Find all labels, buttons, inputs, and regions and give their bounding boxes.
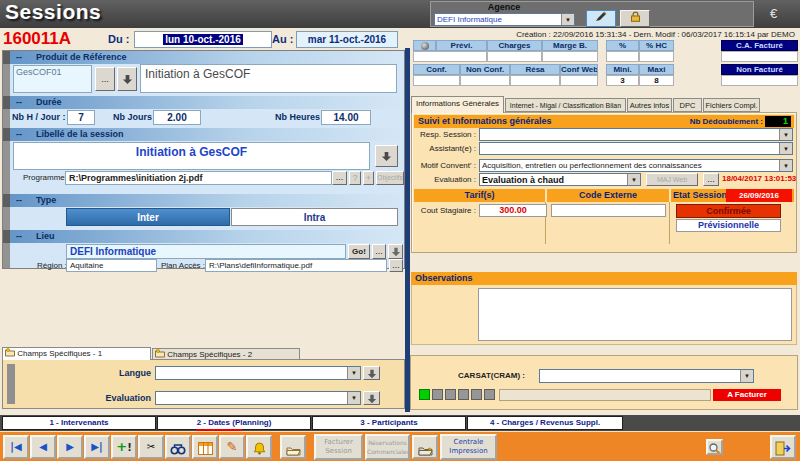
au-date-input[interactable]: mar 11-oct.-2016	[296, 31, 398, 48]
fin-value-marge	[542, 51, 598, 62]
lock-icon	[630, 11, 641, 22]
evaluation-select[interactable]: Evaluation à chaud▼	[479, 173, 641, 186]
produit-code-field[interactable]: GesCOF01	[13, 65, 92, 93]
calc-cell[interactable]	[413, 40, 436, 51]
section-header-type: --Type	[10, 194, 404, 207]
add-record-button[interactable]: +!	[111, 435, 137, 459]
evaluation-champ-expand-button[interactable]	[363, 391, 380, 405]
etat-session-header: Etat Session	[673, 190, 727, 200]
chevron-down-icon[interactable]: ▼	[779, 129, 792, 140]
alert-button[interactable]	[246, 435, 272, 459]
search-submit-button[interactable]	[706, 439, 723, 455]
plan-acces-field[interactable]: R:\Plans\defiInformatique.pdf	[205, 259, 387, 272]
carsat-label: CARSAT(CRAM) :	[411, 371, 525, 380]
find-button[interactable]	[165, 435, 191, 459]
sphere-icon	[421, 42, 429, 50]
tab-fichiers-compl[interactable]: Fichiers Compl.	[703, 98, 760, 112]
chevron-down-icon[interactable]: ▼	[740, 370, 753, 382]
libelle-textarea[interactable]: Initiation à GesCOF	[13, 142, 370, 170]
window-title: Sessions	[5, 0, 101, 24]
intra-button[interactable]: Intra	[231, 208, 398, 226]
lieu-field[interactable]: DEFI Informatique	[66, 244, 346, 259]
programme-help-button[interactable]: ?	[349, 171, 361, 185]
fin-header-mini: Mini.	[606, 64, 639, 75]
agence-select[interactable]: DEFI Informatique ▼	[434, 13, 575, 26]
open-folder-button[interactable]	[280, 435, 306, 459]
champs-tab-1[interactable]: Champs Spécifiques - 1	[2, 347, 151, 360]
produit-expand-button[interactable]	[117, 67, 137, 91]
tab-informations-generales[interactable]: Informations Générales	[411, 96, 504, 113]
produit-name-field[interactable]: Initiation à GesCOF	[140, 64, 397, 93]
nav-next-button[interactable]: ▶	[57, 435, 83, 459]
chevron-down-icon[interactable]: ▼	[561, 14, 574, 25]
chevron-down-icon[interactable]: ▼	[627, 174, 640, 185]
inter-button[interactable]: Inter	[66, 208, 230, 226]
plan-browse-button[interactable]: ...	[389, 259, 403, 272]
nbj-label: Nb Jours :	[113, 112, 158, 122]
chevron-down-icon[interactable]: ▼	[347, 367, 360, 379]
programme-add-button[interactable]: +	[363, 171, 374, 185]
motif-convent-select[interactable]: Acquisition, entretien ou perfectionneme…	[479, 159, 793, 172]
evaluation-browse-button[interactable]: ...	[703, 173, 719, 186]
langue-label: Langue	[21, 368, 151, 378]
evaluation-date: 18/04/2017 13:01:53	[722, 174, 796, 183]
region-field[interactable]: Aquitaine	[66, 259, 157, 272]
go-button[interactable]: Go!	[348, 244, 370, 259]
fin-header-ca-facture: C.A. Facturé	[721, 40, 798, 51]
programme-field[interactable]: R:\Programmes\initiation 2j.pdf	[65, 171, 332, 185]
tab-internet-migal[interactable]: Internet - Migal / Classification Bilan	[505, 98, 626, 112]
carsat-select[interactable]: ▼	[539, 369, 754, 383]
maj-web-button[interactable]: MAJ Web	[646, 173, 698, 186]
reservations-commerciales-button[interactable]: Réservations Commerciales	[365, 434, 410, 460]
facturer-session-button[interactable]: Facturer Session	[314, 434, 363, 460]
objectifs-button[interactable]: Objectifs	[376, 171, 404, 185]
bottom-tab-intervenants[interactable]: 1 - Intervenants	[2, 416, 156, 430]
produit-browse-button[interactable]: ...	[95, 67, 115, 91]
evaluation-champ-value	[156, 392, 347, 404]
code-externe-field[interactable]	[551, 204, 666, 217]
chevron-down-icon[interactable]: ▼	[779, 143, 792, 154]
nav-last-button[interactable]: ▶|	[84, 435, 110, 459]
programme-browse-button[interactable]: ...	[332, 171, 347, 185]
edit-button[interactable]: ✎	[219, 435, 245, 459]
bottom-tab-charges-revenus[interactable]: 4 - Charges / Revenus Suppl.	[467, 416, 623, 430]
bell-icon	[253, 442, 266, 455]
chevron-down-icon[interactable]: ▼	[347, 392, 360, 404]
chevron-down-icon[interactable]: ▼	[779, 160, 792, 171]
observations-textarea[interactable]	[478, 288, 792, 341]
resp-session-select[interactable]: ▼	[479, 128, 793, 141]
fin-header-resa: Résa	[510, 64, 560, 75]
agence-label: Agence	[431, 2, 577, 12]
du-date-input[interactable]: lun 10-oct.-2016	[134, 31, 272, 48]
cut-button[interactable]: ✂	[138, 435, 164, 459]
nav-prev-button[interactable]: ◀	[30, 435, 56, 459]
bottom-tab-participants[interactable]: 3 - Participants	[312, 416, 466, 430]
tab-dpc[interactable]: DPC	[673, 98, 702, 112]
nbheures-field[interactable]: 14.00	[321, 110, 371, 125]
tarifs-header: Tarif(s)	[414, 189, 545, 202]
lock-button[interactable]	[620, 10, 650, 27]
print-archive-button[interactable]: ★	[412, 435, 438, 459]
tab-autres-infos[interactable]: Autres infos	[627, 98, 672, 112]
section-header-produit: --Produit de Référence	[10, 51, 404, 64]
grid-view-button[interactable]	[192, 435, 218, 459]
nbh-field[interactable]: 7	[67, 110, 95, 125]
lieu-browse-button[interactable]: ...	[372, 244, 386, 259]
evaluation-champ-select[interactable]: ▼	[155, 391, 361, 405]
lieu-expand-button[interactable]	[388, 244, 403, 259]
centrale-impression-button[interactable]: Centrale Impression	[440, 434, 497, 460]
carsat-panel: CARSAT(CRAM) : ▼ A Facturer	[410, 355, 798, 410]
langue-expand-button[interactable]	[363, 366, 380, 380]
bottom-tab-dates-planning[interactable]: 2 - Dates (Planning)	[157, 416, 311, 430]
nbj-field[interactable]: 2.00	[153, 110, 201, 125]
cout-stagiaire-field[interactable]: 300.00	[479, 204, 547, 217]
previsionnelle-button[interactable]: Prévisionnelle	[676, 219, 781, 232]
libelle-expand-button[interactable]	[375, 145, 398, 167]
confirmee-button[interactable]: Confirmée	[676, 204, 781, 218]
fin-value-pcthc	[639, 51, 674, 62]
exit-button[interactable]	[770, 435, 796, 459]
langue-select[interactable]: ▼	[155, 366, 361, 380]
assistant-select[interactable]: ▼	[479, 142, 793, 155]
nav-first-button[interactable]: |◀	[3, 435, 29, 459]
edit-mode-button[interactable]	[586, 10, 616, 27]
